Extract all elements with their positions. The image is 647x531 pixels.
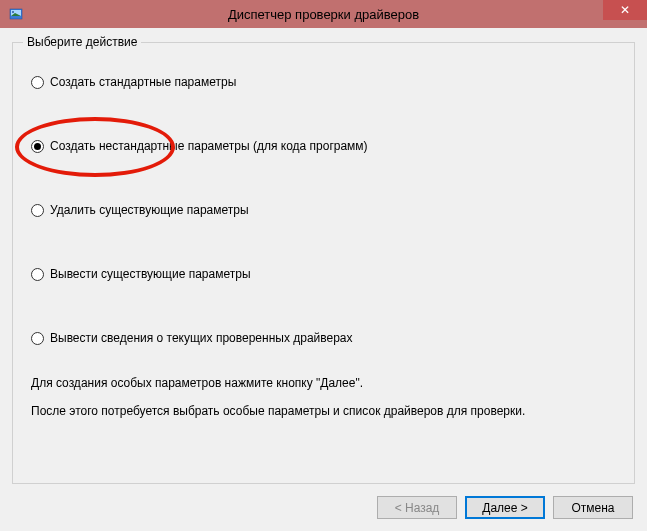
- radio-label: Создать нестандартные параметры (для код…: [50, 139, 368, 153]
- info-text-line1: Для создания особых параметров нажмите к…: [31, 373, 616, 395]
- radio-option-delete[interactable]: Удалить существующие параметры: [31, 203, 616, 217]
- radio-label: Вывести существующие параметры: [50, 267, 251, 281]
- radio-icon: [31, 76, 44, 89]
- next-button[interactable]: Далее >: [465, 496, 545, 519]
- radio-label: Создать стандартные параметры: [50, 75, 236, 89]
- close-icon: ✕: [620, 3, 630, 17]
- info-text-line2: После этого потребуется выбрать особые п…: [31, 401, 616, 423]
- cancel-button[interactable]: Отмена: [553, 496, 633, 519]
- svg-point-2: [12, 11, 14, 13]
- content-area: Выберите действие Создать стандартные па…: [0, 28, 647, 531]
- radio-option-display[interactable]: Вывести существующие параметры: [31, 267, 616, 281]
- close-button[interactable]: ✕: [603, 0, 647, 20]
- radio-icon: [31, 332, 44, 345]
- action-groupbox: Выберите действие Создать стандартные па…: [12, 42, 635, 484]
- radio-label: Удалить существующие параметры: [50, 203, 249, 217]
- radio-option-custom[interactable]: Создать нестандартные параметры (для код…: [31, 139, 616, 153]
- radio-option-info[interactable]: Вывести сведения о текущих проверенных д…: [31, 331, 616, 345]
- radio-icon: [31, 268, 44, 281]
- radio-label: Вывести сведения о текущих проверенных д…: [50, 331, 353, 345]
- back-button: < Назад: [377, 496, 457, 519]
- app-icon: [8, 6, 24, 22]
- window-title: Диспетчер проверки драйверов: [228, 7, 419, 22]
- radio-icon: [31, 140, 44, 153]
- titlebar: Диспетчер проверки драйверов ✕: [0, 0, 647, 28]
- button-row: < Назад Далее > Отмена: [12, 496, 635, 519]
- radio-option-standard[interactable]: Создать стандартные параметры: [31, 75, 616, 89]
- radio-icon: [31, 204, 44, 217]
- groupbox-title: Выберите действие: [23, 35, 141, 49]
